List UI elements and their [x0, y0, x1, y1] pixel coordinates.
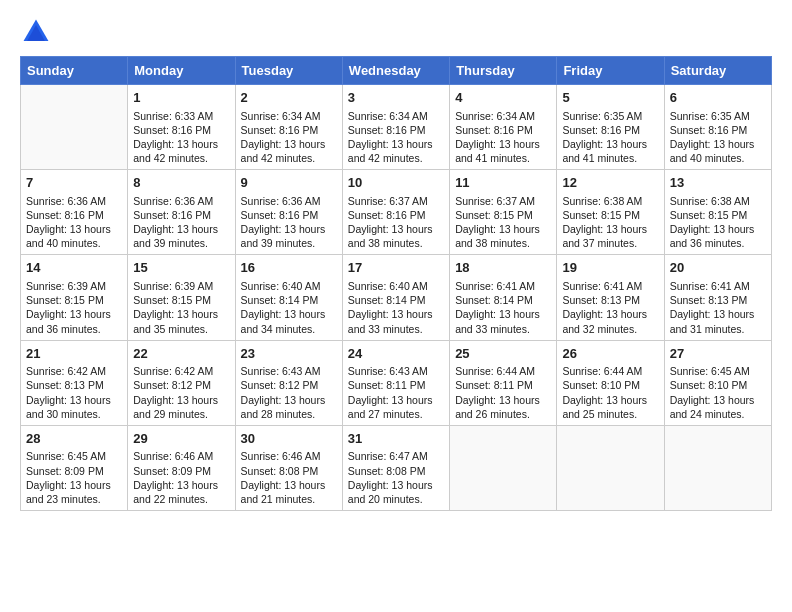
daylight-text: Daylight: 13 hours and 37 minutes.	[562, 222, 658, 250]
day-number: 1	[133, 89, 229, 107]
sunset-text: Sunset: 8:14 PM	[348, 293, 444, 307]
day-number: 27	[670, 345, 766, 363]
sunset-text: Sunset: 8:16 PM	[348, 208, 444, 222]
calendar-cell: 12Sunrise: 6:38 AMSunset: 8:15 PMDayligh…	[557, 170, 664, 255]
calendar-cell: 19Sunrise: 6:41 AMSunset: 8:13 PMDayligh…	[557, 255, 664, 340]
day-header-tuesday: Tuesday	[235, 57, 342, 85]
day-number: 5	[562, 89, 658, 107]
calendar-week-row: 1Sunrise: 6:33 AMSunset: 8:16 PMDaylight…	[21, 85, 772, 170]
sunset-text: Sunset: 8:08 PM	[241, 464, 337, 478]
sunset-text: Sunset: 8:16 PM	[241, 208, 337, 222]
sunset-text: Sunset: 8:12 PM	[241, 378, 337, 392]
day-number: 21	[26, 345, 122, 363]
daylight-text: Daylight: 13 hours and 25 minutes.	[562, 393, 658, 421]
sunrise-text: Sunrise: 6:38 AM	[562, 194, 658, 208]
daylight-text: Daylight: 13 hours and 32 minutes.	[562, 307, 658, 335]
day-number: 10	[348, 174, 444, 192]
calendar-cell: 28Sunrise: 6:45 AMSunset: 8:09 PMDayligh…	[21, 425, 128, 510]
calendar-cell	[450, 425, 557, 510]
day-number: 22	[133, 345, 229, 363]
daylight-text: Daylight: 13 hours and 34 minutes.	[241, 307, 337, 335]
daylight-text: Daylight: 13 hours and 33 minutes.	[348, 307, 444, 335]
calendar-cell: 11Sunrise: 6:37 AMSunset: 8:15 PMDayligh…	[450, 170, 557, 255]
sunset-text: Sunset: 8:16 PM	[241, 123, 337, 137]
daylight-text: Daylight: 13 hours and 41 minutes.	[562, 137, 658, 165]
sunset-text: Sunset: 8:16 PM	[26, 208, 122, 222]
sunset-text: Sunset: 8:16 PM	[348, 123, 444, 137]
day-header-saturday: Saturday	[664, 57, 771, 85]
day-header-friday: Friday	[557, 57, 664, 85]
day-number: 26	[562, 345, 658, 363]
day-number: 3	[348, 89, 444, 107]
day-number: 8	[133, 174, 229, 192]
calendar-cell: 1Sunrise: 6:33 AMSunset: 8:16 PMDaylight…	[128, 85, 235, 170]
sunset-text: Sunset: 8:15 PM	[455, 208, 551, 222]
sunset-text: Sunset: 8:14 PM	[455, 293, 551, 307]
sunrise-text: Sunrise: 6:41 AM	[562, 279, 658, 293]
daylight-text: Daylight: 13 hours and 28 minutes.	[241, 393, 337, 421]
sunrise-text: Sunrise: 6:42 AM	[133, 364, 229, 378]
sunrise-text: Sunrise: 6:44 AM	[455, 364, 551, 378]
calendar-cell: 10Sunrise: 6:37 AMSunset: 8:16 PMDayligh…	[342, 170, 449, 255]
sunset-text: Sunset: 8:10 PM	[562, 378, 658, 392]
calendar-cell	[557, 425, 664, 510]
daylight-text: Daylight: 13 hours and 38 minutes.	[455, 222, 551, 250]
calendar-header-row: SundayMondayTuesdayWednesdayThursdayFrid…	[21, 57, 772, 85]
sunrise-text: Sunrise: 6:35 AM	[670, 109, 766, 123]
day-number: 6	[670, 89, 766, 107]
day-number: 25	[455, 345, 551, 363]
calendar-cell: 5Sunrise: 6:35 AMSunset: 8:16 PMDaylight…	[557, 85, 664, 170]
day-number: 19	[562, 259, 658, 277]
daylight-text: Daylight: 13 hours and 23 minutes.	[26, 478, 122, 506]
calendar-cell: 8Sunrise: 6:36 AMSunset: 8:16 PMDaylight…	[128, 170, 235, 255]
calendar-cell: 15Sunrise: 6:39 AMSunset: 8:15 PMDayligh…	[128, 255, 235, 340]
sunset-text: Sunset: 8:15 PM	[133, 293, 229, 307]
sunset-text: Sunset: 8:14 PM	[241, 293, 337, 307]
daylight-text: Daylight: 13 hours and 31 minutes.	[670, 307, 766, 335]
sunset-text: Sunset: 8:09 PM	[26, 464, 122, 478]
sunrise-text: Sunrise: 6:36 AM	[133, 194, 229, 208]
calendar-cell: 31Sunrise: 6:47 AMSunset: 8:08 PMDayligh…	[342, 425, 449, 510]
calendar-cell: 6Sunrise: 6:35 AMSunset: 8:16 PMDaylight…	[664, 85, 771, 170]
sunrise-text: Sunrise: 6:41 AM	[670, 279, 766, 293]
sunset-text: Sunset: 8:09 PM	[133, 464, 229, 478]
day-number: 30	[241, 430, 337, 448]
daylight-text: Daylight: 13 hours and 39 minutes.	[133, 222, 229, 250]
daylight-text: Daylight: 13 hours and 27 minutes.	[348, 393, 444, 421]
sunrise-text: Sunrise: 6:37 AM	[348, 194, 444, 208]
sunrise-text: Sunrise: 6:36 AM	[241, 194, 337, 208]
day-number: 4	[455, 89, 551, 107]
daylight-text: Daylight: 13 hours and 29 minutes.	[133, 393, 229, 421]
calendar-cell: 21Sunrise: 6:42 AMSunset: 8:13 PMDayligh…	[21, 340, 128, 425]
day-header-thursday: Thursday	[450, 57, 557, 85]
day-header-monday: Monday	[128, 57, 235, 85]
day-header-wednesday: Wednesday	[342, 57, 449, 85]
calendar-cell	[664, 425, 771, 510]
day-number: 13	[670, 174, 766, 192]
sunrise-text: Sunrise: 6:44 AM	[562, 364, 658, 378]
calendar-table: SundayMondayTuesdayWednesdayThursdayFrid…	[20, 56, 772, 511]
day-number: 24	[348, 345, 444, 363]
sunrise-text: Sunrise: 6:46 AM	[241, 449, 337, 463]
calendar-cell: 30Sunrise: 6:46 AMSunset: 8:08 PMDayligh…	[235, 425, 342, 510]
sunrise-text: Sunrise: 6:39 AM	[133, 279, 229, 293]
sunset-text: Sunset: 8:16 PM	[562, 123, 658, 137]
calendar-cell	[21, 85, 128, 170]
calendar-week-row: 28Sunrise: 6:45 AMSunset: 8:09 PMDayligh…	[21, 425, 772, 510]
daylight-text: Daylight: 13 hours and 42 minutes.	[241, 137, 337, 165]
calendar-week-row: 14Sunrise: 6:39 AMSunset: 8:15 PMDayligh…	[21, 255, 772, 340]
sunrise-text: Sunrise: 6:35 AM	[562, 109, 658, 123]
sunset-text: Sunset: 8:11 PM	[455, 378, 551, 392]
day-number: 31	[348, 430, 444, 448]
daylight-text: Daylight: 13 hours and 40 minutes.	[670, 137, 766, 165]
sunrise-text: Sunrise: 6:34 AM	[455, 109, 551, 123]
calendar-cell: 22Sunrise: 6:42 AMSunset: 8:12 PMDayligh…	[128, 340, 235, 425]
sunset-text: Sunset: 8:15 PM	[562, 208, 658, 222]
day-number: 29	[133, 430, 229, 448]
sunset-text: Sunset: 8:13 PM	[26, 378, 122, 392]
calendar-week-row: 21Sunrise: 6:42 AMSunset: 8:13 PMDayligh…	[21, 340, 772, 425]
sunrise-text: Sunrise: 6:43 AM	[241, 364, 337, 378]
day-number: 2	[241, 89, 337, 107]
calendar-cell: 24Sunrise: 6:43 AMSunset: 8:11 PMDayligh…	[342, 340, 449, 425]
sunrise-text: Sunrise: 6:40 AM	[348, 279, 444, 293]
